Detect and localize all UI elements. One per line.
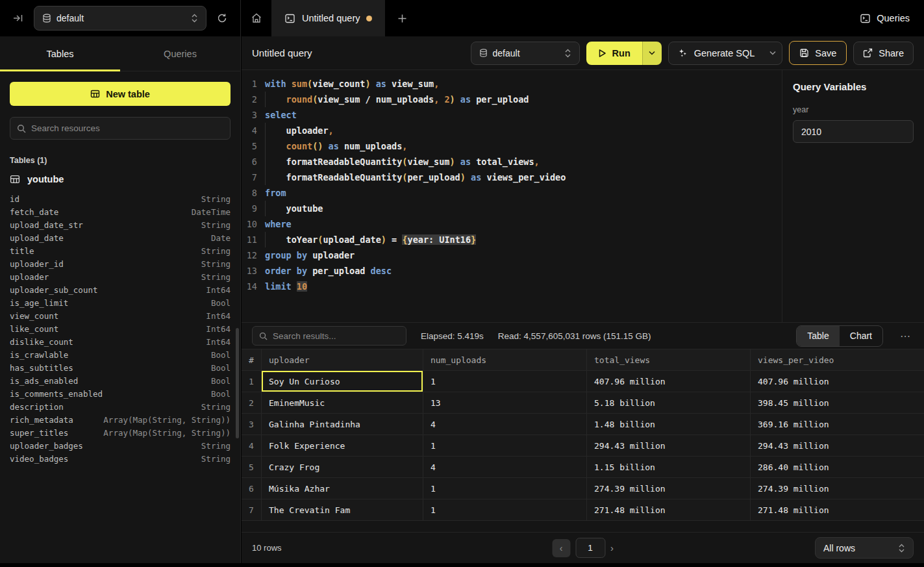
new-tab-button[interactable] <box>385 0 419 36</box>
table-cell[interactable]: 286.40 million <box>751 457 924 477</box>
column-type: String <box>201 194 231 204</box>
column-type: Date <box>211 233 231 243</box>
sql-editor-lines: 1with sum(view_count) as view_sum,2 roun… <box>242 76 782 294</box>
view-toggle-table[interactable]: Table <box>797 326 839 346</box>
table-cell[interactable]: Folk Experience <box>262 435 423 456</box>
code-line[interactable]: 12group by uploader <box>242 247 782 263</box>
query-tab[interactable]: Untitled query <box>271 0 385 36</box>
table-cell[interactable]: 398.45 million <box>751 392 924 413</box>
results-header-cell[interactable]: num_uploads <box>423 349 587 370</box>
table-cell[interactable]: 13 <box>423 392 587 413</box>
code-line[interactable]: 2 round(view_sum / num_uploads, 2) as pe… <box>242 92 782 107</box>
sidebar-scrollbar[interactable] <box>236 328 239 438</box>
next-page-button[interactable]: › <box>610 542 614 553</box>
table-cell[interactable]: 369.16 million <box>751 414 924 435</box>
table-cell[interactable]: 294.43 million <box>751 435 924 456</box>
code-line[interactable]: 8from <box>242 185 782 201</box>
schema-column-list: idStringfetch_dateDateTimeupload_date_st… <box>10 192 231 465</box>
view-toggle-chart[interactable]: Chart <box>840 326 882 346</box>
results-header-cell[interactable]: views_per_video <box>751 349 924 370</box>
tab-queries[interactable]: Queries <box>120 36 240 71</box>
collapse-sidebar-button[interactable] <box>9 9 27 27</box>
new-table-button[interactable]: New table <box>10 82 231 106</box>
play-icon <box>598 49 606 58</box>
chevron-down-icon <box>649 51 655 55</box>
schema-column-row: descriptionString <box>10 400 231 413</box>
chevron-updown-icon <box>898 544 905 553</box>
page-number-input[interactable] <box>575 538 605 558</box>
run-button-label: Run <box>612 48 631 58</box>
results-search[interactable] <box>252 326 406 346</box>
results-header-cell[interactable]: # <box>242 349 262 370</box>
table-cell[interactable]: 1 <box>423 435 587 456</box>
table-cell[interactable]: 1.48 billion <box>587 414 751 435</box>
line-number: 13 <box>242 263 265 279</box>
table-cell[interactable]: 1 <box>423 478 587 499</box>
queries-button[interactable]: Queries <box>845 0 924 36</box>
page-size-select[interactable]: All rows <box>815 537 914 559</box>
table-cell[interactable]: The Crevatin Fam <box>262 499 423 520</box>
column-name: uploader_sub_count <box>10 285 97 295</box>
table-cell[interactable]: 1 <box>423 499 587 520</box>
code-line[interactable]: 11 toYear(upload_date) = {year: UInt16} <box>242 232 782 247</box>
table-cell[interactable]: Crazy Frog <box>262 457 423 477</box>
table-cell[interactable]: 1 <box>423 371 587 392</box>
results-menu-button[interactable]: ⋯ <box>897 330 914 342</box>
code-line[interactable]: 10where <box>242 216 782 232</box>
code-line[interactable]: 13order by per_upload desc <box>242 263 782 279</box>
column-name: description <box>10 402 64 412</box>
table-cell[interactable]: 4 <box>423 457 587 477</box>
column-name: upload_date <box>10 233 64 243</box>
column-type: String <box>201 259 231 269</box>
generate-sql-button[interactable]: Generate SQL <box>668 42 783 65</box>
code-line[interactable]: 3select <box>242 107 782 123</box>
run-button[interactable]: Run <box>586 42 642 65</box>
results-header-cell[interactable]: total_views <box>587 349 751 370</box>
table-cell[interactable]: 5.18 billion <box>587 392 751 413</box>
share-button-label: Share <box>879 48 904 58</box>
resource-search[interactable] <box>10 117 231 140</box>
code-line[interactable]: 6 formatReadableQuantity(view_sum) as to… <box>242 154 782 170</box>
table-cell[interactable]: 271.48 million <box>751 499 924 520</box>
share-button[interactable]: Share <box>853 42 914 65</box>
database-select[interactable]: default <box>34 6 206 31</box>
table-cell[interactable]: 4 <box>423 414 587 435</box>
save-button[interactable]: Save <box>789 41 847 65</box>
table-cell[interactable]: 407.96 million <box>751 371 924 392</box>
code-line[interactable]: 14limit 10 <box>242 279 782 294</box>
sql-editor[interactable]: 1with sum(view_count) as view_sum,2 roun… <box>242 70 782 322</box>
code-line[interactable]: 4 uploader, <box>242 123 782 138</box>
code-line[interactable]: 7 formatReadableQuantity(per_upload) as … <box>242 170 782 185</box>
results-search-input[interactable] <box>273 331 399 341</box>
column-type: String <box>201 246 231 256</box>
table-cell[interactable]: 407.96 million <box>587 371 751 392</box>
resource-search-input[interactable] <box>31 123 223 133</box>
table-cell[interactable]: 294.43 million <box>587 435 751 456</box>
table-cell[interactable]: Galinha Pintadinha <box>262 414 423 435</box>
schema-column-row: uploader_badgesString <box>10 439 231 452</box>
home-button[interactable] <box>242 0 271 36</box>
run-options-button[interactable] <box>642 42 662 65</box>
database-select[interactable]: default <box>471 42 580 65</box>
table-cell[interactable]: Músika Azhar <box>262 478 423 499</box>
code-line[interactable]: 1with sum(view_count) as view_sum, <box>242 76 782 92</box>
table-cell[interactable]: Soy Un Curioso <box>262 371 423 392</box>
table-cell[interactable]: 274.39 million <box>587 478 751 499</box>
table-item-youtube[interactable]: youtube <box>10 174 231 184</box>
code-line[interactable]: 5 count() as num_uploads, <box>242 138 782 154</box>
table-cell[interactable]: 274.39 million <box>751 478 924 499</box>
row-number: 7 <box>242 499 262 520</box>
line-number: 2 <box>242 92 265 107</box>
tab-tables[interactable]: Tables <box>0 36 120 71</box>
results-header-cell[interactable]: uploader <box>262 349 423 370</box>
code-line[interactable]: 9 youtube <box>242 201 782 216</box>
table-cell[interactable]: EminemMusic <box>262 392 423 413</box>
table-cell[interactable]: 271.48 million <box>587 499 751 520</box>
generate-sql-options-button[interactable] <box>764 42 782 64</box>
table-cell[interactable]: 1.15 billion <box>587 457 751 477</box>
variable-input-year[interactable] <box>793 120 914 143</box>
prev-page-button[interactable]: ‹ <box>552 539 570 557</box>
table-name: youtube <box>27 174 64 184</box>
line-number: 11 <box>242 232 265 247</box>
refresh-button[interactable] <box>213 9 231 27</box>
